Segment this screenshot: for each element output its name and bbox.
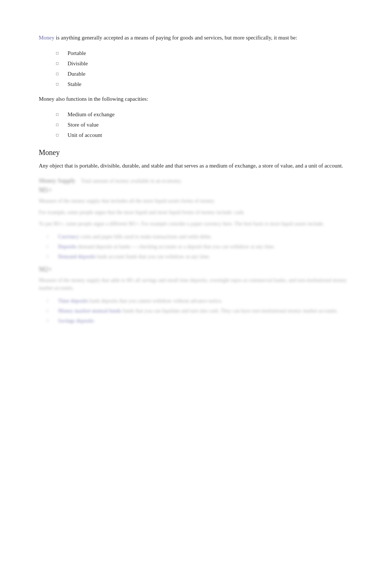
list-item-label: Medium of exchange xyxy=(68,110,114,119)
blurred-paragraph-2: For example, some people argue that the … xyxy=(39,208,353,216)
definition-text: Any object that is portable, divisible, … xyxy=(39,161,353,170)
blurred-list-item: 2 Deposits demand deposits at banks — ch… xyxy=(46,243,353,251)
list-item: ◻ Portable xyxy=(54,49,353,58)
blurred-subheading-inline: Total amount of money available in an ec… xyxy=(81,178,182,184)
blurred-m1-heading: M1+ xyxy=(39,186,353,194)
definition-heading: Money xyxy=(39,148,353,157)
functions-intro: Money also functions in the following ca… xyxy=(39,94,353,103)
list-item-label: Unit of account xyxy=(68,131,102,139)
list-item-label: Divisible xyxy=(68,59,88,68)
blurred-paragraph-3: To put M1+, some people argue a differen… xyxy=(39,220,353,228)
intro-text: is anything generally accepted as a mean… xyxy=(55,35,298,41)
blurred-paragraph-4: Measure of the money supply that adds to… xyxy=(39,276,353,292)
list-item: ◻ Unit of account xyxy=(54,131,353,139)
list-item-label: Durable xyxy=(68,69,85,78)
blurred-list-item: 1 Currency coins and paper bills used to… xyxy=(46,233,353,241)
bullet-icon: ◻ xyxy=(54,71,61,77)
properties-list: ◻ Portable ◻ Divisible ◻ Durable ◻ Stabl… xyxy=(39,49,353,89)
list-item-label: Portable xyxy=(68,49,86,58)
list-item: ◻ Store of value xyxy=(54,120,353,129)
bullet-icon: ◻ xyxy=(54,111,61,117)
list-item-label: Stable xyxy=(68,80,82,89)
bullet-icon: ◻ xyxy=(54,81,61,87)
list-item: ◻ Medium of exchange xyxy=(54,110,353,119)
blurred-list-item: 2 Money market mutual funds funds that y… xyxy=(46,307,353,315)
list-item: ◻ Durable xyxy=(54,69,353,78)
functions-list: ◻ Medium of exchange ◻ Store of value ◻ … xyxy=(39,110,353,139)
blurred-paragraph-1: Measure of the money supply that include… xyxy=(39,197,353,205)
list-item: ◻ Stable xyxy=(54,80,353,89)
bullet-icon: ◻ xyxy=(54,61,61,66)
blurred-list-2: 1 Time deposits bank deposits that you c… xyxy=(39,297,353,325)
blurred-list-item: 3 Demand deposits bank account funds tha… xyxy=(46,253,353,261)
blurred-content: Money Supply Total amount of money avail… xyxy=(39,177,353,325)
bullet-icon: ◻ xyxy=(54,122,61,128)
bullet-icon: ◻ xyxy=(54,50,61,56)
bullet-icon: ◻ xyxy=(54,132,61,138)
intro-section: Money is anything generally accepted as … xyxy=(39,33,353,42)
blurred-heading: Money Supply xyxy=(39,177,75,184)
blurred-m2-heading: M2+ xyxy=(39,266,353,273)
list-item-label: Store of value xyxy=(68,120,99,129)
list-item: ◻ Divisible xyxy=(54,59,353,68)
blurred-list-1: 1 Currency coins and paper bills used to… xyxy=(39,233,353,261)
blurred-list-item: 1 Time deposits bank deposits that you c… xyxy=(46,297,353,305)
money-link[interactable]: Money xyxy=(39,35,55,41)
blurred-list-item: 3 Savings deposits xyxy=(46,317,353,325)
